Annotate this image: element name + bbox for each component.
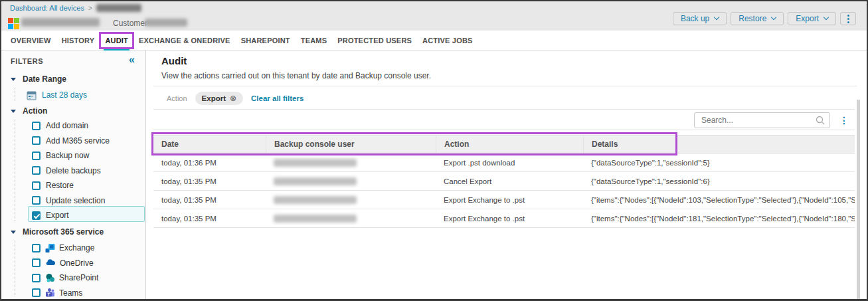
- tab-teams[interactable]: TEAMS: [296, 31, 333, 50]
- backup-button[interactable]: Back up: [673, 12, 727, 25]
- chevron-down-icon: [771, 15, 776, 20]
- tab-exchange-onedrive[interactable]: EXCHANGE & ONEDRIVE: [133, 31, 236, 50]
- caret-down-icon: [11, 231, 16, 234]
- table-kebab-menu-icon[interactable]: ⋮: [837, 114, 851, 126]
- chevron-down-icon: [824, 15, 829, 20]
- checkbox-unchecked[interactable]: [32, 166, 41, 175]
- tab-audit[interactable]: AUDIT: [100, 31, 133, 50]
- filter-option-add-m365-service[interactable]: Add M365 service: [32, 135, 110, 147]
- export-button[interactable]: Export: [788, 12, 836, 25]
- cell-date: today, 01:36 PM: [153, 153, 266, 171]
- teams-icon: [45, 288, 55, 298]
- checkbox-checked[interactable]: [32, 211, 41, 220]
- tree-dotted-line: [15, 88, 15, 101]
- calendar-icon: [27, 90, 37, 100]
- checkbox-unchecked[interactable]: [32, 258, 41, 267]
- filter-option-exchange[interactable]: Exchange: [32, 242, 94, 254]
- checkbox-unchecked[interactable]: [32, 122, 41, 130]
- column-header-backup-console-user[interactable]: Backup console user: [266, 136, 436, 153]
- search-icon: [816, 116, 825, 125]
- filter-field-label: Action: [167, 94, 187, 102]
- collapse-sidebar-icon[interactable]: «: [129, 54, 135, 66]
- breadcrumb-dashboard-link[interactable]: Dashboard: All devices: [10, 4, 84, 12]
- checkbox-unchecked[interactable]: [32, 151, 41, 160]
- customer-label: Customer: [113, 19, 147, 28]
- checkbox-unchecked[interactable]: [32, 274, 41, 282]
- app-window: Dashboard: All devices > Customer Back u…: [0, 0, 868, 301]
- checkbox-unchecked[interactable]: [32, 136, 41, 145]
- filter-option-sharepoint[interactable]: SharePoint: [32, 272, 98, 284]
- user-name-redacted: [274, 177, 357, 185]
- tab-sharepoint[interactable]: SHAREPOINT: [236, 31, 296, 50]
- search-input[interactable]: [694, 112, 830, 128]
- tab-active-jobs[interactable]: ACTIVE JOBS: [417, 31, 478, 50]
- user-name-redacted: [274, 159, 357, 167]
- column-header-date[interactable]: Date: [153, 136, 266, 153]
- breadcrumb: Dashboard: All devices >: [10, 4, 141, 12]
- filter-option-restore[interactable]: Restore: [32, 179, 74, 191]
- date-range-value[interactable]: Last 28 days: [27, 89, 87, 101]
- onedrive-icon: [45, 258, 56, 268]
- checkbox-unchecked[interactable]: [32, 196, 41, 205]
- date-range-section-header[interactable]: Date Range: [11, 74, 66, 84]
- caret-down-icon: [11, 78, 16, 81]
- table-row[interactable]: today, 01:35 PM Export Exchange to .pst …: [153, 209, 857, 228]
- filter-option-add-domain[interactable]: Add domain: [32, 120, 88, 132]
- filter-option-teams[interactable]: Teams: [32, 287, 82, 299]
- tab-overview[interactable]: OVERVIEW: [5, 31, 56, 50]
- vertical-scrollbar[interactable]: [855, 100, 860, 299]
- filter-chip-export[interactable]: Export ⊗: [195, 92, 243, 105]
- cell-user: [266, 191, 436, 209]
- cell-user: [266, 209, 436, 227]
- filter-option-onedrive[interactable]: OneDrive: [32, 257, 94, 269]
- cell-details: {"dataSourceType":1,"sessionId":5}: [583, 153, 857, 171]
- breadcrumb-device-redacted[interactable]: [96, 4, 141, 12]
- filters-title: FILTERS: [11, 57, 43, 65]
- checkbox-unchecked[interactable]: [32, 181, 41, 190]
- clear-all-filters-link[interactable]: Clear all filters: [251, 94, 304, 102]
- audit-panel: Audit View the actions carried out on th…: [147, 50, 867, 299]
- checkbox-unchecked[interactable]: [32, 288, 41, 297]
- table-row[interactable]: today, 01:36 PM Export .pst download {"d…: [153, 153, 857, 172]
- tenant-name-redacted: [21, 18, 100, 27]
- cell-date: today, 01:35 PM: [153, 172, 266, 190]
- page-title: Audit: [161, 55, 187, 66]
- filter-option-delete-backups[interactable]: Delete backups: [32, 165, 101, 177]
- tree-dotted-line: [15, 241, 15, 295]
- cell-action: Cancel Export: [436, 172, 583, 190]
- exchange-icon: [45, 243, 55, 253]
- remove-filter-icon[interactable]: ⊗: [230, 94, 236, 103]
- microsoft-logo-icon: [8, 18, 19, 29]
- customer-name-redacted: [145, 19, 187, 27]
- cell-details: {"items":{"Nodes":[{"NodeId":103,"Select…: [583, 191, 857, 209]
- tab-protected-users[interactable]: PROTECTED USERS: [332, 31, 417, 50]
- cell-action: Export Exchange to .pst: [436, 191, 583, 209]
- breadcrumb-separator: >: [88, 5, 92, 12]
- column-header-details[interactable]: Details: [583, 136, 857, 153]
- caret-down-icon: [11, 110, 16, 113]
- table-row[interactable]: today, 01:35 PM Export Exchange to .pst …: [153, 191, 857, 209]
- table-toolbar: ⋮: [694, 112, 851, 128]
- action-section-header[interactable]: Action: [11, 106, 47, 116]
- cell-user: [266, 153, 436, 171]
- user-name-redacted: [274, 215, 357, 223]
- m365-service-section-header[interactable]: Microsoft 365 service: [11, 227, 104, 237]
- filter-option-export[interactable]: Export: [32, 209, 69, 221]
- header-kebab-menu-icon[interactable]: [840, 12, 856, 25]
- user-name-redacted: [274, 196, 357, 204]
- table-header-row: Date Backup console user Action Details: [153, 135, 857, 153]
- tab-bar: OVERVIEW HISTORY AUDIT EXCHANGE & ONEDRI…: [1, 31, 867, 50]
- restore-button[interactable]: Restore: [731, 12, 784, 25]
- divider: [153, 109, 857, 110]
- filters-sidebar: FILTERS « Date Range Last 28 days Action…: [1, 50, 146, 299]
- filter-option-backup-now[interactable]: Backup now: [32, 150, 89, 161]
- tab-history[interactable]: HISTORY: [56, 31, 100, 50]
- divider: [153, 130, 857, 130]
- audit-table: Date Backup console user Action Details …: [153, 135, 857, 228]
- filter-option-update-selection[interactable]: Update selection: [32, 195, 105, 207]
- checkbox-unchecked[interactable]: [32, 244, 41, 252]
- column-header-action[interactable]: Action: [436, 136, 583, 153]
- cell-action: Export .pst download: [436, 153, 583, 171]
- table-row[interactable]: today, 01:35 PM Cancel Export {"dataSour…: [153, 172, 857, 191]
- chevron-down-icon: [714, 15, 719, 20]
